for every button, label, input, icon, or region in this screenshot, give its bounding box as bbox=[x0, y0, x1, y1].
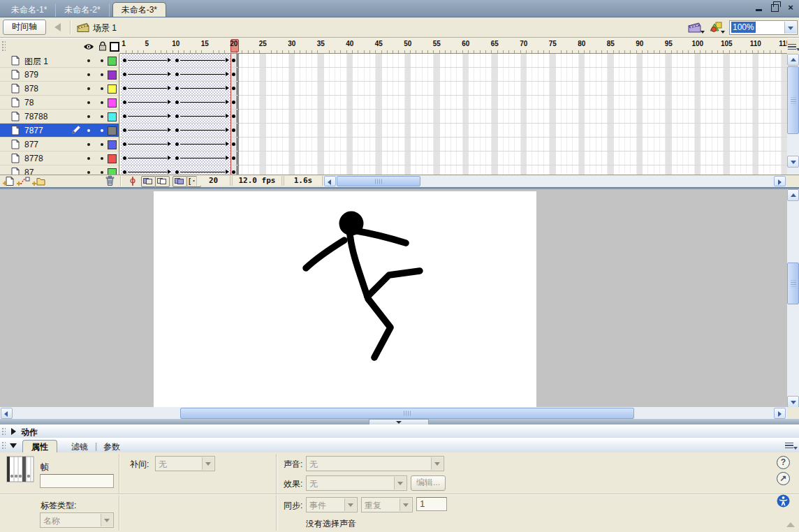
chevron-down-icon[interactable] bbox=[344, 498, 356, 511]
frame-row[interactable] bbox=[119, 124, 787, 138]
edit-effect-button[interactable]: 编辑... bbox=[411, 475, 446, 491]
motion-tween-span[interactable] bbox=[173, 82, 232, 95]
layer-lock-dot[interactable] bbox=[101, 87, 103, 90]
frame-row[interactable] bbox=[119, 165, 787, 175]
panel-grip[interactable] bbox=[1, 441, 6, 450]
motion-tween-span[interactable] bbox=[173, 68, 232, 81]
motion-tween-span[interactable] bbox=[173, 165, 232, 175]
scroll-up-button[interactable] bbox=[787, 54, 799, 66]
layer-visibility-dot[interactable] bbox=[87, 101, 90, 104]
layer-outline-color-swatch[interactable] bbox=[108, 71, 117, 80]
help-icon[interactable]: ? bbox=[777, 456, 790, 469]
zoom-combobox[interactable]: 100% bbox=[729, 20, 798, 35]
motion-tween-span[interactable] bbox=[173, 124, 232, 137]
stage-hscroll-thumb[interactable] bbox=[180, 408, 634, 419]
accessibility-icon[interactable] bbox=[777, 494, 790, 508]
chevron-down-icon[interactable] bbox=[394, 477, 406, 489]
sync-event-dropdown[interactable]: 事件 bbox=[306, 497, 358, 512]
timeline-panel-menu-icon[interactable] bbox=[788, 44, 796, 50]
panel-splitter[interactable] bbox=[0, 419, 799, 424]
scroll-right-button[interactable] bbox=[774, 176, 786, 186]
layer-lock-dot[interactable] bbox=[101, 171, 103, 174]
show-hide-layers-icon[interactable] bbox=[83, 43, 94, 50]
layer-outline-color-swatch[interactable] bbox=[108, 98, 117, 108]
sync-repeat-dropdown[interactable]: 重复 bbox=[361, 497, 413, 512]
layer-outline-color-swatch[interactable] bbox=[108, 112, 117, 121]
label-type-dropdown[interactable]: 名称 bbox=[40, 512, 114, 528]
delete-layer-trash-icon[interactable] bbox=[105, 175, 115, 186]
scroll-down-button[interactable] bbox=[787, 156, 799, 168]
document-tab[interactable]: 未命名-2* bbox=[56, 3, 109, 17]
stage-vscroll-track[interactable] bbox=[787, 189, 799, 407]
layer-outline-color-swatch[interactable] bbox=[108, 84, 117, 94]
stage-pasteboard[interactable] bbox=[0, 189, 787, 407]
layer-lock-dot[interactable] bbox=[101, 73, 103, 76]
chevron-down-icon[interactable] bbox=[431, 457, 443, 470]
layer-row[interactable]: 7877 bbox=[0, 124, 119, 138]
timeline-toggle-button[interactable]: 时间轴 bbox=[3, 20, 46, 35]
minimize-button[interactable] bbox=[753, 3, 764, 13]
chevron-down-icon[interactable] bbox=[784, 22, 796, 34]
panel-grip[interactable] bbox=[1, 40, 6, 52]
tab-filters[interactable]: 滤镜 bbox=[71, 441, 88, 453]
layer-row[interactable]: 8778 bbox=[0, 152, 119, 165]
restore-button[interactable] bbox=[769, 3, 780, 13]
layer-lock-dot[interactable] bbox=[101, 157, 103, 160]
panel-resize-handle[interactable] bbox=[786, 522, 795, 527]
motion-tween-span[interactable] bbox=[121, 165, 174, 175]
sync-count-input[interactable] bbox=[416, 497, 447, 511]
layer-lock-dot[interactable] bbox=[101, 59, 103, 62]
edit-multiple-frames-button[interactable] bbox=[173, 176, 187, 187]
frame-row[interactable] bbox=[119, 152, 787, 165]
stage-canvas[interactable] bbox=[154, 191, 536, 407]
outline-layers-icon[interactable] bbox=[110, 42, 119, 52]
tab-parameters[interactable]: 参数 bbox=[103, 441, 120, 453]
motion-tween-span[interactable] bbox=[173, 54, 232, 67]
add-motion-guide-icon[interactable] bbox=[17, 176, 30, 186]
panel-popup-icon[interactable]: ↗ bbox=[777, 472, 790, 485]
layer-visibility-dot[interactable] bbox=[87, 157, 90, 160]
edit-symbols-dropdown-icon[interactable] bbox=[721, 31, 725, 34]
insert-layer-icon[interactable] bbox=[3, 176, 15, 186]
scene-name[interactable]: 场景 1 bbox=[93, 22, 117, 34]
frame-row[interactable] bbox=[119, 54, 787, 68]
layer-lock-dot[interactable] bbox=[101, 129, 103, 132]
layer-row[interactable]: 78788 bbox=[0, 110, 119, 124]
layer-outline-color-swatch[interactable] bbox=[108, 154, 117, 163]
layer-outline-color-swatch[interactable] bbox=[108, 57, 117, 66]
close-button[interactable]: × bbox=[785, 3, 796, 13]
scroll-up-button[interactable] bbox=[787, 189, 799, 201]
actions-panel-bar[interactable]: 动作 bbox=[0, 424, 799, 438]
frame-name-input[interactable] bbox=[40, 474, 114, 488]
frame-row[interactable] bbox=[119, 96, 787, 110]
motion-tween-span[interactable] bbox=[121, 82, 174, 95]
tween-dropdown[interactable]: 无 bbox=[155, 456, 215, 471]
frames-grid[interactable] bbox=[119, 54, 787, 175]
onion-skin-outlines-button[interactable] bbox=[155, 176, 170, 187]
layer-row[interactable]: 879 bbox=[0, 68, 119, 82]
scroll-down-button[interactable] bbox=[787, 396, 799, 408]
motion-tween-span[interactable] bbox=[173, 110, 232, 123]
motion-tween-span[interactable] bbox=[121, 110, 174, 123]
motion-tween-span[interactable] bbox=[173, 96, 232, 109]
motion-tween-span[interactable] bbox=[173, 138, 232, 151]
frame-rate-value[interactable]: 12.0 fps bbox=[232, 176, 282, 186]
document-tab[interactable]: 未命名-1* bbox=[3, 3, 56, 17]
timeline-hscroll-thumb[interactable] bbox=[337, 176, 420, 186]
layer-lock-dot[interactable] bbox=[101, 143, 103, 146]
motion-tween-span[interactable] bbox=[121, 124, 174, 137]
motion-tween-span[interactable] bbox=[121, 54, 174, 67]
collapse-arrow-icon[interactable] bbox=[10, 443, 17, 448]
expand-arrow-icon[interactable] bbox=[11, 428, 16, 435]
tab-properties[interactable]: 属性 bbox=[22, 440, 57, 453]
scroll-left-button[interactable] bbox=[1, 408, 13, 419]
frame-row[interactable] bbox=[119, 82, 787, 96]
frame-row[interactable] bbox=[119, 110, 787, 124]
stage-vscroll-thumb[interactable] bbox=[787, 263, 799, 304]
properties-panel-menu-icon[interactable] bbox=[785, 443, 793, 449]
layer-outline-color-swatch[interactable] bbox=[108, 126, 117, 135]
center-frame-icon[interactable] bbox=[129, 176, 136, 186]
layer-outline-color-swatch[interactable] bbox=[108, 140, 117, 149]
stage-hscroll-track[interactable] bbox=[0, 407, 787, 419]
motion-tween-span[interactable] bbox=[121, 68, 174, 81]
